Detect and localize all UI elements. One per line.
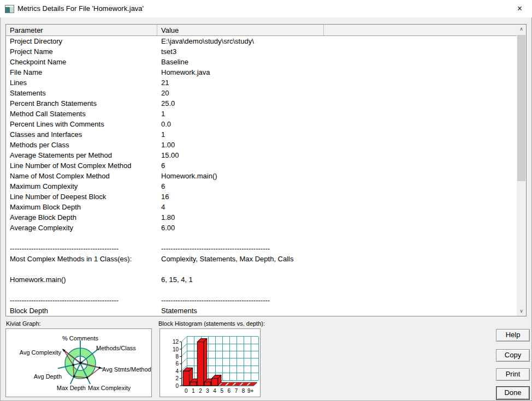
scroll-down-icon[interactable]: ∨ xyxy=(517,307,526,316)
param-cell: Average Block Depth xyxy=(6,212,157,223)
done-button[interactable]: Done xyxy=(496,386,530,400)
param-cell: Percent Branch Statements xyxy=(6,98,157,109)
table-row[interactable]: Line Number of Deepest Block16 xyxy=(6,191,517,202)
svg-text:2: 2 xyxy=(175,375,179,381)
table-row[interactable]: Most Complex Methods in 1 Class(es):Comp… xyxy=(6,254,517,264)
window-title: Metrics Details For File 'Homework.java' xyxy=(17,4,144,13)
value-cell: 1 xyxy=(157,129,517,140)
param-cell: Line Number of Deepest Block xyxy=(6,191,157,202)
svg-text:4: 4 xyxy=(175,368,179,374)
param-cell: Average Complexity xyxy=(6,223,157,233)
param-cell: ----------------------------------------… xyxy=(6,295,157,306)
value-cell: Homework.java xyxy=(157,67,517,77)
value-cell: 6.00 xyxy=(157,223,517,233)
block-histogram-chart: 0246810120123456789+ xyxy=(160,329,260,397)
svg-text:Avg Complexity: Avg Complexity xyxy=(20,349,62,356)
param-cell: Percent Lines with Comments xyxy=(6,119,157,129)
table-row[interactable]: Project Nametset3 xyxy=(6,46,517,57)
param-cell: Lines xyxy=(6,77,157,88)
header-extra[interactable] xyxy=(324,25,517,35)
svg-text:6: 6 xyxy=(228,388,231,394)
svg-text:Max Depth: Max Depth xyxy=(57,385,86,391)
vertical-scrollbar[interactable]: ∧ ∨ xyxy=(517,25,526,316)
header-parameter[interactable]: Parameter xyxy=(6,25,157,35)
param-cell: Method Call Statements xyxy=(6,109,157,119)
svg-text:% Comments: % Comments xyxy=(62,335,99,342)
print-button[interactable]: Print xyxy=(496,368,530,381)
svg-text:Max Complexity: Max Complexity xyxy=(88,385,131,391)
param-cell: Classes and Interfaces xyxy=(6,129,157,140)
param-cell xyxy=(6,264,157,274)
svg-text:9+: 9+ xyxy=(247,388,254,394)
close-button[interactable]: × xyxy=(507,0,532,17)
param-cell: File Name xyxy=(6,67,157,77)
param-cell: Methods per Class xyxy=(6,140,157,150)
param-cell: Homework.main() xyxy=(6,274,157,285)
copy-button[interactable]: Copy xyxy=(496,349,530,362)
table-row[interactable]: Line Number of Most Complex Method6 xyxy=(6,160,517,171)
table-row[interactable]: Maximum Complexity6 xyxy=(6,181,517,191)
param-cell: Maximum Complexity xyxy=(6,181,157,191)
value-cell xyxy=(157,264,517,274)
table-row[interactable]: Lines21 xyxy=(6,77,517,88)
svg-text:1: 1 xyxy=(192,388,195,394)
table-row[interactable]: Statements20 xyxy=(6,88,517,98)
table-row[interactable]: Maximum Block Depth4 xyxy=(6,202,517,212)
table-row[interactable]: Block DepthStatements xyxy=(6,306,517,315)
metrics-app-icon xyxy=(5,5,14,13)
value-cell: ----------------------------------------… xyxy=(157,295,517,306)
table-row[interactable]: File NameHomework.java xyxy=(6,67,517,77)
table-row[interactable]: Name of Most Complex MethodHomework.main… xyxy=(6,171,517,181)
svg-text:2: 2 xyxy=(199,388,202,394)
table-row[interactable]: Average Complexity6.00 xyxy=(6,223,517,233)
svg-text:8: 8 xyxy=(242,388,245,394)
param-cell: Project Name xyxy=(6,46,157,57)
table-row[interactable] xyxy=(6,285,517,295)
table-row[interactable]: Checkpoint NameBaseline xyxy=(6,57,517,67)
window-titlebar: Metrics Details For File 'Homework.java'… xyxy=(0,0,532,17)
value-cell: Statements xyxy=(157,306,517,315)
scroll-up-icon[interactable]: ∧ xyxy=(517,25,526,34)
value-cell: 20 xyxy=(157,88,517,98)
table-row[interactable]: Methods per Class1.00 xyxy=(6,140,517,150)
svg-text:12: 12 xyxy=(173,339,179,345)
value-cell: Baseline xyxy=(157,57,517,67)
table-row[interactable]: Percent Lines with Comments0.0 xyxy=(6,119,517,129)
value-cell: 6 xyxy=(157,181,517,191)
value-cell: 6 xyxy=(157,160,517,171)
scrollbar-thumb[interactable] xyxy=(517,35,525,181)
table-rows: Project DirectoryE:\java\demo\study\src\… xyxy=(6,36,517,315)
param-cell xyxy=(6,233,157,243)
value-cell xyxy=(157,233,517,243)
value-cell: E:\java\demo\study\src\study\ xyxy=(157,36,517,46)
value-cell: 0.0 xyxy=(157,119,517,129)
value-cell: 25.0 xyxy=(157,98,517,109)
param-cell: Block Depth xyxy=(6,306,157,315)
svg-text:5: 5 xyxy=(220,388,223,394)
table-row[interactable]: ----------------------------------------… xyxy=(6,243,517,254)
param-cell xyxy=(6,285,157,295)
table-row[interactable]: ----------------------------------------… xyxy=(6,295,517,306)
param-cell: Name of Most Complex Method xyxy=(6,171,157,181)
table-row[interactable]: Project DirectoryE:\java\demo\study\src\… xyxy=(6,36,517,46)
svg-text:Avg Stmts/Method: Avg Stmts/Method xyxy=(102,366,151,373)
value-cell: Complexity, Statements, Max Depth, Calls xyxy=(157,254,517,264)
help-button[interactable]: Help xyxy=(496,329,530,342)
table-row[interactable]: Classes and Interfaces1 xyxy=(6,129,517,140)
param-cell: Checkpoint Name xyxy=(6,57,157,67)
svg-text:7: 7 xyxy=(235,388,238,394)
table-row[interactable]: Average Block Depth1.80 xyxy=(6,212,517,223)
param-cell: Line Number of Most Complex Method xyxy=(6,160,157,171)
value-cell: 6, 15, 4, 1 xyxy=(157,274,517,285)
table-row[interactable]: Percent Branch Statements25.0 xyxy=(6,98,517,109)
table-row[interactable]: Average Statements per Method15.00 xyxy=(6,150,517,160)
table-row[interactable] xyxy=(6,233,517,243)
table-row[interactable]: Method Call Statements1 xyxy=(6,109,517,119)
header-value[interactable]: Value xyxy=(157,25,324,35)
table-row[interactable] xyxy=(6,264,517,274)
value-cell: 1.80 xyxy=(157,212,517,223)
kiviat-graph-box: % CommentsMethods/ClassAvg Stmts/MethodM… xyxy=(5,328,152,397)
param-cell: Maximum Block Depth xyxy=(6,202,157,212)
table-row[interactable]: Homework.main()6, 15, 4, 1 xyxy=(6,274,517,285)
svg-text:10: 10 xyxy=(173,346,179,352)
